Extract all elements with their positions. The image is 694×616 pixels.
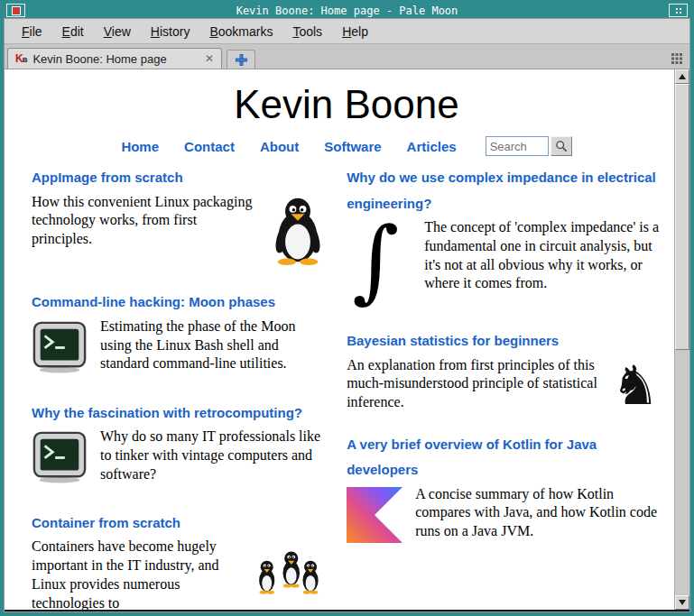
menu-bookmarks[interactable]: Bookmarks <box>199 21 282 42</box>
new-tab-button[interactable] <box>227 50 255 69</box>
all-tabs-button[interactable] <box>671 51 682 68</box>
title-bar: Kevin Boone: Home page - Pale Moon <box>4 3 690 18</box>
article-container: Container from scratch <box>32 510 328 610</box>
left-column: AppImage from scratch <box>32 165 328 610</box>
vertical-scrollbar[interactable] <box>674 69 689 610</box>
menu-bar: File Edit View History Bookmarks Tools H… <box>5 19 689 43</box>
article-title-link[interactable]: Container from scratch <box>32 510 328 537</box>
tab-close-icon[interactable]: ✕ <box>205 52 214 65</box>
nav-about[interactable]: About <box>260 139 299 154</box>
article-title-link[interactable]: Bayesian statistics for beginners <box>347 328 662 354</box>
arrow-up-icon <box>679 74 686 79</box>
terminal-icon <box>32 429 88 491</box>
scrollbar-thumb[interactable] <box>675 84 689 350</box>
article-bayesian: Bayesian statistics for beginners ♞ An e… <box>347 328 662 416</box>
article-complex-impedance: Why do we use complex impedance in elect… <box>347 165 662 312</box>
window-bottom-edge <box>5 610 689 611</box>
menu-help[interactable]: Help <box>332 21 378 42</box>
search-group <box>486 136 572 156</box>
search-input[interactable] <box>486 136 549 156</box>
racehorse-image: ♞ <box>611 358 660 412</box>
nav-articles[interactable]: Articles <box>407 139 457 154</box>
scroll-up-button[interactable] <box>675 69 689 84</box>
menu-tools[interactable]: Tools <box>282 21 332 42</box>
menu-edit[interactable]: Edit <box>52 21 94 42</box>
integral-sign-image: ∫ <box>347 220 412 308</box>
maximize-icon <box>676 8 678 10</box>
article-retrocomputing: Why the fascination with retrocomputing? <box>32 400 328 494</box>
tab-grid-icon <box>671 53 682 64</box>
scroll-down-button[interactable] <box>675 595 689 610</box>
maximize-button[interactable] <box>669 4 688 17</box>
nav-contact[interactable]: Contact <box>184 139 235 154</box>
browser-window: Kevin Boone: Home page - Pale Moon File … <box>0 0 694 616</box>
page-title: Kevin Boone <box>32 82 662 127</box>
window-menu-button[interactable] <box>6 4 25 17</box>
tab-bar: KB Kevin Boone: Home page ✕ <box>5 43 689 69</box>
menu-view[interactable]: View <box>94 21 141 42</box>
menu-history[interactable]: History <box>141 21 200 42</box>
tux-penguin-image <box>269 195 327 271</box>
tab-label: Kevin Boone: Home page <box>32 52 199 66</box>
article-appimage: AppImage from scratch <box>32 165 328 273</box>
nav-software[interactable]: Software <box>324 139 381 154</box>
plus-icon <box>236 54 247 66</box>
kotlin-logo-image <box>347 487 403 548</box>
article-title-link[interactable]: AppImage from scratch <box>32 165 328 191</box>
terminal-icon <box>32 319 88 381</box>
content-row: Kevin Boone Home Contact About Software … <box>5 69 689 610</box>
window-icon <box>12 6 21 15</box>
arrow-down-icon <box>679 600 686 605</box>
window-title: Kevin Boone: Home page - Pale Moon <box>25 5 669 17</box>
penguin-group-image <box>256 539 327 604</box>
magnifier-icon <box>555 140 568 152</box>
article-columns: AppImage from scratch <box>32 165 662 610</box>
right-column: Why do we use complex impedance in elect… <box>347 165 662 610</box>
search-button[interactable] <box>551 136 572 156</box>
nav-home[interactable]: Home <box>121 139 159 154</box>
client-area: File Edit View History Bookmarks Tools H… <box>4 18 690 612</box>
article-moon-phases: Command-line hacking: Moon phases <box>32 290 328 383</box>
tab-home-page[interactable]: KB Kevin Boone: Home page ✕ <box>7 48 222 69</box>
scrollbar-track[interactable] <box>675 350 689 595</box>
page-content: Kevin Boone Home Contact About Software … <box>5 69 674 610</box>
site-nav: Home Contact About Software Articles <box>32 136 662 156</box>
article-title-link[interactable]: Why do we use complex impedance in elect… <box>347 165 662 216</box>
article-title-link[interactable]: Command-line hacking: Moon phases <box>32 290 328 316</box>
kb-favicon-icon: KB <box>15 53 27 64</box>
article-title-link[interactable]: Why the fascination with retrocomputing? <box>32 400 328 427</box>
article-title-link[interactable]: A very brief overview of Kotlin for Java… <box>347 432 662 483</box>
article-kotlin: A very brief overview of Kotlin for Java… <box>347 432 662 552</box>
menu-file[interactable]: File <box>12 21 52 42</box>
